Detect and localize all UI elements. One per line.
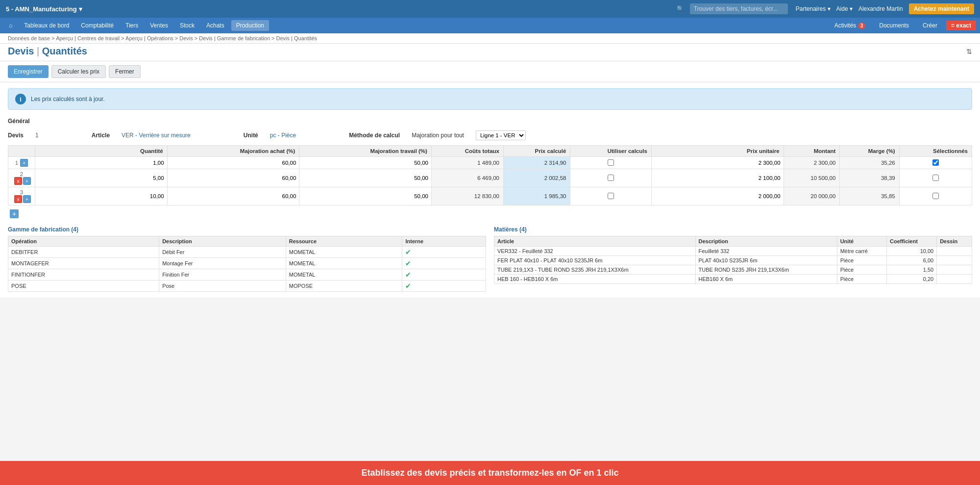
prix-unitaire-input[interactable] — [653, 174, 783, 182]
selectionne-checkbox[interactable] — [932, 175, 939, 181]
add-line-button[interactable]: + — [20, 159, 28, 167]
majo-achat-input[interactable] — [169, 174, 298, 182]
list-item: HEB 160 - HEB160 X 6mHEB160 X 6mPièce0,2… — [494, 275, 972, 284]
add-line-button[interactable]: + — [23, 195, 31, 203]
menu-achats[interactable]: Achats — [201, 20, 229, 31]
menu-stock[interactable]: Stock — [175, 20, 199, 31]
unite-label: Unité — [244, 132, 258, 139]
list-item: DEBITFERDébit FerMOMETAL✔ — [8, 247, 486, 258]
row-number: 3x+ — [8, 187, 35, 205]
utiliser-calculs-cell[interactable] — [570, 169, 651, 187]
aide-menu[interactable]: Aide ▾ — [836, 5, 853, 12]
majo-travail-cell[interactable] — [299, 157, 432, 169]
prix-unitaire-input[interactable] — [653, 159, 783, 167]
mat-article: VER332 - Feuilleté 332 — [494, 247, 696, 256]
chevron-down-icon: ▾ — [79, 5, 82, 13]
utiliser-calculs-cell[interactable] — [570, 157, 651, 169]
majo-travail-input[interactable] — [300, 192, 430, 200]
exact-button[interactable]: = exact — [946, 21, 976, 30]
calculer-prix-button[interactable]: Calculer les prix — [51, 65, 106, 78]
documents-link[interactable]: Documents — [874, 20, 914, 31]
remove-line-button[interactable]: x — [14, 195, 22, 203]
mat-col-dessin: Dessin — [937, 236, 972, 247]
gamme-interne: ✔ — [402, 281, 486, 292]
mat-unite: Mètre carré — [837, 247, 886, 256]
home-link[interactable]: ⌂ — [4, 20, 17, 31]
utiliser-calculs-cell[interactable] — [570, 187, 651, 205]
article-value[interactable]: VER - Verrière sur mesure — [122, 132, 191, 139]
mat-dessin — [937, 256, 972, 265]
quantite-input[interactable] — [36, 174, 166, 182]
selectionne-cell[interactable] — [899, 187, 972, 205]
menu-tableaux-de-bord[interactable]: Tableaux de bord — [19, 20, 74, 31]
ligne-select[interactable]: Ligne 1 - VER — [476, 130, 526, 140]
prix-unitaire-cell[interactable] — [651, 169, 784, 187]
menu-ventes[interactable]: Ventes — [145, 20, 173, 31]
gamme-ressource: MOMETAL — [286, 247, 402, 258]
general-info-row: Devis 1 Article VER - Verrière sur mesur… — [8, 130, 972, 140]
mat-col-unite: Unité — [837, 236, 886, 247]
article-label: Article — [92, 132, 110, 139]
utiliser-calculs-checkbox[interactable] — [608, 193, 614, 199]
add-line-button[interactable]: + — [23, 177, 31, 185]
remove-line-button[interactable]: x — [14, 177, 22, 185]
majo-achat-cell[interactable] — [167, 187, 299, 205]
selectionne-checkbox[interactable] — [932, 193, 939, 199]
fermer-button[interactable]: Fermer — [109, 65, 141, 78]
mat-description: HEB160 X 6m — [695, 275, 837, 284]
matieres-panel: Matières (4) Article Description Unité C… — [494, 226, 972, 292]
mat-col-article: Article — [494, 236, 696, 247]
quantite-input[interactable] — [36, 192, 166, 200]
quantities-table: Quantité Majoration achat (%) Majoration… — [8, 145, 972, 205]
majo-achat-input[interactable] — [169, 159, 298, 167]
quantite-cell[interactable] — [35, 157, 168, 169]
majo-achat-input[interactable] — [169, 192, 298, 200]
col-prix-unit: Prix unitaire — [651, 146, 784, 157]
activites-link[interactable]: Activités 3 — [830, 20, 871, 31]
search-input[interactable] — [690, 3, 788, 14]
couts-totaux-cell: 1 489,00 — [431, 157, 503, 169]
utiliser-calculs-checkbox[interactable] — [608, 175, 614, 181]
majo-travail-input[interactable] — [300, 159, 430, 167]
unite-value[interactable]: pc - Pièce — [270, 132, 296, 139]
majo-achat-cell[interactable] — [167, 157, 299, 169]
majo-travail-cell[interactable] — [299, 187, 432, 205]
bottom-panels: Gamme de fabrication (4) Opération Descr… — [8, 226, 972, 292]
majo-travail-input[interactable] — [300, 174, 430, 182]
prix-unitaire-cell[interactable] — [651, 157, 784, 169]
prix-unitaire-cell[interactable] — [651, 187, 784, 205]
quantite-input[interactable] — [36, 159, 166, 167]
majo-travail-cell[interactable] — [299, 169, 432, 187]
filter-icon[interactable]: ⇅ — [966, 48, 972, 55]
mat-article: FER PLAT 40x10 - PLAT 40x10 S235JR 6m — [494, 256, 696, 265]
col-utiliser: Utiliser calculs — [570, 146, 651, 157]
buy-button[interactable]: Achetez maintenant — [909, 3, 974, 14]
col-rownum — [8, 146, 35, 157]
info-banner: i Les prix calculés sont à jour. — [8, 88, 972, 110]
selectionne-cell[interactable] — [899, 157, 972, 169]
menu-tiers[interactable]: Tiers — [121, 20, 143, 31]
menu-comptabilite[interactable]: Comptabilité — [76, 20, 119, 31]
mat-coefficient: 10,00 — [886, 247, 936, 256]
quantite-cell[interactable] — [35, 169, 168, 187]
menu-production[interactable]: Production — [231, 20, 269, 31]
gamme-ressource: MOMETAL — [286, 258, 402, 269]
matieres-table: Article Description Unité Coefficient De… — [494, 236, 972, 284]
gamme-ressource: MOPOSE — [286, 281, 402, 292]
prix-unitaire-input[interactable] — [653, 192, 783, 200]
quantite-cell[interactable] — [35, 187, 168, 205]
enregistrer-button[interactable]: Enregistrer — [8, 65, 49, 78]
selectionne-checkbox[interactable] — [932, 159, 939, 166]
app-title[interactable]: 5 - AMN_Manufacturing ▾ — [6, 5, 82, 13]
gamme-description: Finition Fer — [159, 269, 286, 281]
mat-coefficient: 1,50 — [886, 265, 936, 275]
mat-coefficient: 6,00 — [886, 256, 936, 265]
majo-achat-cell[interactable] — [167, 169, 299, 187]
mat-description: TUBE ROND S235 JRH 219,1X3X6m — [695, 265, 837, 275]
add-row-button[interactable]: + — [10, 209, 19, 218]
creer-link[interactable]: Créer — [918, 20, 942, 31]
devis-value[interactable]: 1 — [35, 132, 39, 139]
selectionne-cell[interactable] — [899, 169, 972, 187]
utiliser-calculs-checkbox[interactable] — [608, 159, 614, 166]
partenaires-menu[interactable]: Partenaires ▾ — [796, 5, 831, 12]
